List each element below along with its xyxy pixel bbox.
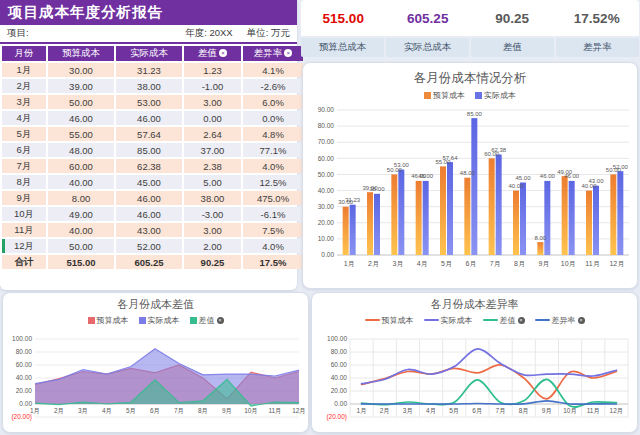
filter-circle-icon[interactable] [219, 49, 227, 57]
svg-text:6月: 6月 [472, 407, 482, 415]
table-cell: 11月 [2, 223, 46, 237]
svg-text:80.00: 80.00 [331, 348, 348, 355]
svg-text:1月: 1月 [30, 407, 40, 415]
filter-circle-icon[interactable] [284, 49, 292, 57]
column-header: 差异率 [243, 46, 303, 61]
table-cell: 12.5% [243, 175, 303, 189]
summary-strip: 515.00605.2590.2517.52% 预算总成本实际总成本差值差异率 [301, 0, 639, 59]
table-cell: 8.00 [48, 191, 114, 205]
table-cell: 605.25 [116, 255, 182, 269]
table-cell: 7.5% [243, 223, 303, 237]
table-row: 4月46.0046.000.000.0% [2, 111, 303, 125]
svg-text:2月: 2月 [368, 260, 379, 268]
svg-text:60.00: 60.00 [331, 361, 348, 368]
legend-item: 差值 [483, 315, 525, 326]
table-row: 3月50.0053.003.006.0% [2, 95, 303, 109]
table-cell: 46.00 [48, 111, 114, 125]
table-cell: 合计 [2, 255, 46, 269]
table-cell: 3.00 [184, 223, 241, 237]
table-cell: 38.00 [116, 79, 182, 93]
svg-text:(20.00): (20.00) [11, 413, 32, 421]
svg-text:48.00: 48.00 [460, 170, 476, 176]
table-cell: 1月 [2, 63, 46, 77]
table-row: 7月60.0062.382.384.0% [2, 159, 303, 173]
legend-label: 实际成本 [484, 90, 516, 101]
legend-swatch-icon [424, 92, 431, 99]
chart-filter-icon[interactable] [217, 317, 224, 324]
area-chart-legend: 预算成本实际成本差值 [3, 315, 308, 325]
chart-filter-icon[interactable] [518, 317, 525, 324]
table-total-row: 合计515.00605.2590.2517.5% [2, 255, 303, 269]
svg-text:6月: 6月 [465, 260, 476, 268]
svg-text:3月: 3月 [78, 407, 88, 415]
column-header: 实际成本 [116, 46, 182, 61]
svg-text:7月: 7月 [490, 260, 501, 268]
table-row: 8月40.0045.005.0012.5% [2, 175, 303, 189]
svg-text:52.00: 52.00 [613, 164, 629, 170]
table-cell: 60.00 [48, 159, 114, 173]
summary-value: 605.25 [386, 11, 471, 26]
legend-swatch-icon [139, 317, 146, 324]
svg-text:9月: 9月 [222, 407, 232, 415]
svg-text:12月: 12月 [609, 260, 624, 268]
table-row: 2月39.0038.00-1.00-2.6% [2, 79, 303, 93]
svg-text:50.00: 50.00 [318, 171, 335, 178]
svg-text:8月: 8月 [519, 407, 529, 415]
area-chart-card: 各月份成本差值 预算成本实际成本差值 (20.00)0.0020.0040.00… [2, 292, 309, 433]
svg-text:0.00: 0.00 [334, 400, 347, 407]
svg-text:70.00: 70.00 [318, 138, 335, 145]
legend-swatch-icon [190, 317, 197, 324]
svg-text:11月: 11月 [587, 407, 600, 415]
legend-swatch-icon [475, 92, 482, 99]
svg-text:40.00: 40.00 [318, 187, 335, 194]
summary-label: 差值 [471, 38, 554, 57]
table-cell: 45.00 [116, 175, 182, 189]
svg-text:8.00: 8.00 [534, 235, 546, 241]
table-cell: 46.00 [116, 191, 182, 205]
svg-text:57.64: 57.64 [442, 155, 458, 161]
legend-label: 预算成本 [97, 315, 129, 326]
bar-chart-title: 各月份成本情况分析 [303, 70, 637, 87]
summary-value: 90.25 [470, 11, 555, 26]
legend-item: 实际成本 [139, 315, 180, 326]
svg-text:20.00: 20.00 [318, 219, 335, 226]
table-cell: 6月 [2, 143, 46, 157]
cost-report-dashboard: { "report": { "title": "项目成本年度分析报告", "pr… [0, 0, 640, 435]
table-cell: 30.00 [48, 63, 114, 77]
svg-text:4月: 4月 [426, 407, 436, 415]
cost-table-body: 1月30.0031.231.234.1%2月39.0038.00-1.00-2.… [2, 63, 303, 269]
svg-text:3月: 3月 [403, 407, 413, 415]
svg-text:60.00: 60.00 [318, 155, 335, 162]
svg-text:10月: 10月 [244, 407, 258, 415]
table-cell: 43.00 [116, 223, 182, 237]
table-cell: 77.1% [243, 143, 303, 157]
column-header: 月份 [2, 46, 46, 61]
line-chart-legend: 预算成本实际成本差值差异率 [312, 315, 637, 325]
legend-swatch-icon [483, 319, 498, 321]
svg-text:2月: 2月 [54, 407, 64, 415]
table-cell: 2.00 [184, 239, 241, 253]
table-cell: 50.00 [48, 239, 114, 253]
svg-text:90.00: 90.00 [318, 106, 335, 113]
table-cell: -2.6% [243, 79, 303, 93]
line-chart-plot: (20.00)0.0020.0040.0060.0080.00100.001月2… [312, 325, 637, 429]
cost-table: 月份预算成本实际成本差值差异率 1月30.0031.231.234.1%2月39… [0, 44, 305, 271]
chart-filter-icon[interactable] [578, 317, 585, 324]
year-label: 年度: 20XX [185, 27, 233, 40]
svg-text:(20.00): (20.00) [326, 413, 347, 421]
report-title: 项目成本年度分析报告 [0, 0, 297, 25]
table-row: 10月49.0046.00-3.00-6.1% [2, 207, 303, 221]
summary-value: 17.52% [555, 11, 640, 26]
table-cell: 55.00 [48, 127, 114, 141]
svg-text:20.00: 20.00 [16, 387, 33, 394]
bar-chart-legend: 预算成本实际成本 [303, 90, 637, 100]
svg-text:10月: 10月 [561, 260, 576, 268]
svg-text:40.00: 40.00 [508, 183, 524, 189]
column-header: 预算成本 [48, 46, 114, 61]
legend-item: 差异率 [535, 315, 585, 326]
svg-text:6月: 6月 [150, 407, 160, 415]
table-cell: 46.00 [116, 207, 182, 221]
table-cell: 2.64 [184, 127, 241, 141]
legend-label: 差异率 [552, 315, 576, 326]
bar-chart-plot: 0.0010.0020.0030.0040.0050.0060.0070.008… [303, 100, 637, 289]
